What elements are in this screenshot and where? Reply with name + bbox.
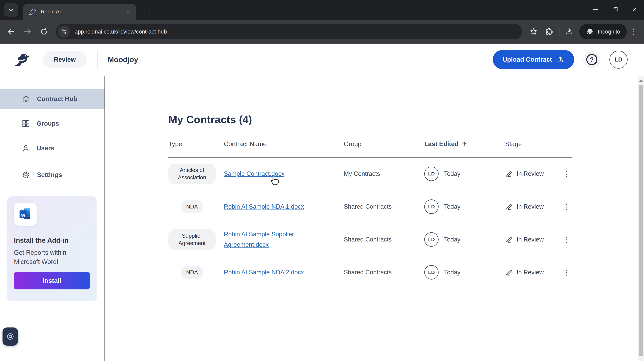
star-icon xyxy=(529,27,538,36)
pencil-icon xyxy=(505,170,513,178)
question-mark-icon: ? xyxy=(586,54,598,65)
table-row: NDA Robin AI Sample NDA 2.docx Shared Co… xyxy=(168,256,572,289)
support-fab-button[interactable] xyxy=(2,328,18,346)
install-button[interactable]: Install xyxy=(14,272,90,290)
download-icon xyxy=(565,27,574,36)
url-text[interactable]: app.robinai.co.uk/review/contract-hub xyxy=(75,28,167,35)
table-row: NDA Robin AI Sample NDA 1.docx Shared Co… xyxy=(168,190,572,223)
browser-toolbar: app.robinai.co.uk/review/contract-hub In… xyxy=(0,20,644,43)
robin-favicon-icon xyxy=(29,8,36,16)
reload-icon xyxy=(40,27,48,36)
chevron-down-icon xyxy=(8,6,14,11)
sidebar-item-contract-hub[interactable]: Contract Hub xyxy=(0,89,104,109)
tab-title: Robin AI xyxy=(40,8,124,15)
main-content: My Contracts (4) Type Contract Name Grou… xyxy=(105,76,644,361)
restore-icon xyxy=(613,7,618,12)
pencil-icon xyxy=(505,203,513,211)
app-header: Review Moodjoy Upload Contract ? LD xyxy=(0,43,644,76)
promo-body: Get Reports within Microsoft Word! xyxy=(14,248,90,267)
downloads-button[interactable] xyxy=(562,24,577,39)
table-header-row: Type Contract Name Group Last Edited Sta… xyxy=(168,140,572,158)
contract-link[interactable]: Robin AI Sample NDA 1.docx xyxy=(224,203,304,210)
stage-cell: In Review xyxy=(505,170,561,178)
table-row: Supplier Agreement Robin AI Sample Suppl… xyxy=(168,223,572,256)
column-header-stage[interactable]: Stage xyxy=(505,140,561,148)
stage-cell: In Review xyxy=(505,269,561,276)
help-button[interactable]: ? xyxy=(583,51,600,68)
sidebar-item-label: Settings xyxy=(37,171,62,178)
row-menu-button[interactable]: ⋮ xyxy=(561,236,572,244)
home-icon xyxy=(21,94,31,104)
column-header-group[interactable]: Group xyxy=(344,140,424,148)
upload-contract-label: Upload Contract xyxy=(502,56,552,63)
bookmark-button[interactable] xyxy=(526,24,541,39)
svg-text:w: w xyxy=(21,212,25,218)
column-header-type[interactable]: Type xyxy=(168,140,224,148)
forward-arrow-icon xyxy=(23,27,32,36)
extensions-button[interactable] xyxy=(542,24,556,39)
incognito-badge[interactable]: Incognito xyxy=(579,24,627,39)
group-cell: Shared Contracts xyxy=(344,269,424,276)
group-cell: My Contracts xyxy=(344,170,424,177)
nav-tab-review[interactable]: Review xyxy=(43,51,87,68)
sidebar-item-groups[interactable]: Groups xyxy=(0,113,104,134)
editor-avatar: LD xyxy=(424,167,439,181)
browser-tab[interactable]: Robin AI × xyxy=(23,4,136,20)
editor-avatar: LD xyxy=(424,265,439,280)
type-badge: Articles of Association xyxy=(168,164,216,184)
sidebar: Contract Hub Groups Users Settings xyxy=(0,76,105,361)
close-window-button[interactable]: × xyxy=(625,0,644,20)
tab-search-button[interactable] xyxy=(4,3,18,17)
group-cell: Shared Contracts xyxy=(344,236,424,243)
pencil-icon xyxy=(505,269,513,276)
column-header-last-edited[interactable]: Last Edited xyxy=(424,140,505,148)
page-title: My Contracts (4) xyxy=(168,113,252,125)
pencil-icon xyxy=(505,236,513,244)
upload-contract-button[interactable]: Upload Contract xyxy=(493,50,574,69)
last-edited-cell: LD Today xyxy=(424,199,505,214)
row-menu-button[interactable]: ⋮ xyxy=(561,268,572,277)
sidebar-item-label: Groups xyxy=(36,120,59,127)
tab-close-icon[interactable]: × xyxy=(124,8,132,16)
sidebar-item-users[interactable]: Users xyxy=(0,138,104,158)
gear-icon xyxy=(21,170,31,179)
sidebar-item-label: Contract Hub xyxy=(37,95,77,103)
user-icon xyxy=(21,144,30,153)
contract-link[interactable]: Robin AI Sample Supplier Agreement.docx xyxy=(224,231,294,248)
back-button[interactable] xyxy=(3,24,19,39)
editor-avatar: LD xyxy=(424,232,439,247)
robin-logo xyxy=(12,51,32,69)
browser-menu-button[interactable]: ⋮ xyxy=(628,27,640,36)
group-cell: Shared Contracts xyxy=(344,203,424,210)
minimize-button[interactable] xyxy=(586,0,606,20)
user-avatar[interactable]: LD xyxy=(610,51,628,69)
contract-link[interactable]: Robin AI Sample NDA 2.docx xyxy=(224,269,304,276)
forward-button[interactable] xyxy=(20,24,36,39)
sidebar-item-label: Users xyxy=(36,145,54,152)
reload-button[interactable] xyxy=(36,24,52,39)
grid-icon xyxy=(21,119,30,128)
workspace-name: Moodjoy xyxy=(108,55,138,64)
scrollbar-thumb[interactable] xyxy=(639,85,643,356)
incognito-label: Incognito xyxy=(598,28,620,35)
new-tab-button[interactable]: + xyxy=(142,4,156,18)
row-menu-button[interactable]: ⋮ xyxy=(561,170,572,178)
puzzle-icon xyxy=(545,27,554,36)
scroll-up-arrow[interactable] xyxy=(639,79,643,82)
row-menu-button[interactable]: ⋮ xyxy=(561,203,572,211)
header-divider xyxy=(98,50,98,69)
sidebar-item-settings[interactable]: Settings xyxy=(0,165,104,185)
site-settings-icon[interactable] xyxy=(58,25,70,38)
restore-button[interactable] xyxy=(606,0,625,20)
contract-link[interactable]: Sample Contract.docx xyxy=(224,170,284,177)
last-edited-cell: LD Today xyxy=(424,232,505,247)
column-header-contract-name[interactable]: Contract Name xyxy=(224,140,344,148)
browser-window: Robin AI × + × app.robinai.co.uk/review/… xyxy=(0,0,644,362)
back-arrow-icon xyxy=(6,27,16,36)
word-app-icon: w xyxy=(14,203,37,226)
window-controls: × xyxy=(586,0,644,20)
address-bar[interactable]: app.robinai.co.uk/review/contract-hub xyxy=(56,24,522,39)
vertical-scrollbar[interactable] xyxy=(638,76,644,361)
table-row: Articles of Association Sample Contract.… xyxy=(168,158,572,190)
browser-titlebar: Robin AI × + × xyxy=(0,0,644,20)
